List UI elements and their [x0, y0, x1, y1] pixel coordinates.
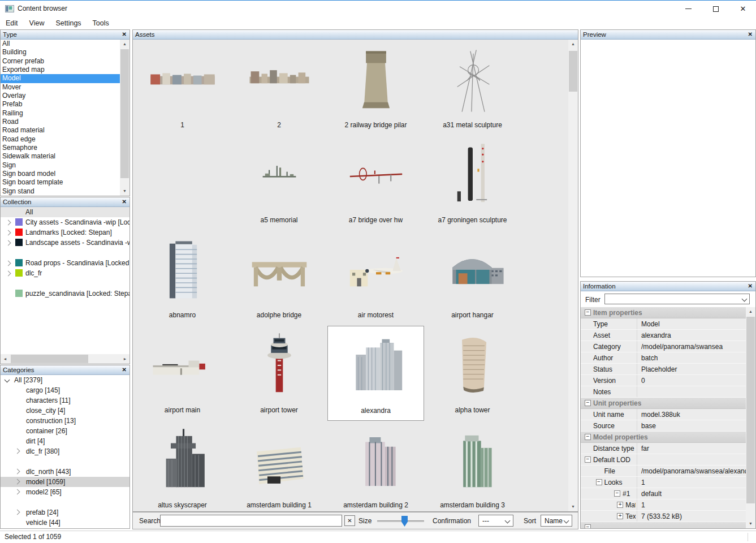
collapse-icon[interactable]: −: [585, 434, 591, 440]
asset-item-air-motorest[interactable]: air motorest: [327, 231, 424, 326]
scroll-down-icon[interactable]: ▼: [568, 502, 578, 511]
close-icon[interactable]: ✕: [122, 367, 127, 373]
type-item-semaphore[interactable]: Semaphore: [1, 144, 120, 152]
asset-item-amsterdam-building-2[interactable]: amsterdam building 2: [327, 421, 424, 511]
sort-select[interactable]: Name: [541, 515, 572, 527]
property-row-version[interactable]: Version0: [581, 375, 746, 386]
chevron-right-icon[interactable]: [6, 220, 11, 226]
information-scrollbar[interactable]: ▲ ▼: [746, 307, 755, 528]
collection-item[interactable]: puzzle_scandinavia [Locked: Stepan]: [1, 288, 129, 299]
scroll-down-icon[interactable]: ▼: [746, 519, 755, 528]
asset-item-airport-tower[interactable]: airport tower: [231, 326, 327, 421]
type-item-sidewalk-material[interactable]: Sidewalk material: [1, 152, 120, 161]
expand-icon[interactable]: +: [617, 502, 623, 508]
category-item-characters-11[interactable]: characters [11]: [1, 395, 129, 406]
category-item-dlc-fr-380[interactable]: dlc_fr [380]: [1, 446, 129, 456]
property-row-notes[interactable]: Notes: [581, 386, 746, 398]
collapse-icon[interactable]: −: [585, 456, 591, 463]
scrollbar-thumb[interactable]: [569, 51, 577, 92]
asset-item-2[interactable]: 2: [231, 41, 327, 136]
property-section-unit-properties[interactable]: −Unit properties: [581, 398, 746, 409]
property-row-source[interactable]: Sourcebase: [581, 420, 746, 432]
type-item-corner-prefab[interactable]: Corner prefab: [1, 57, 120, 66]
property-row-looks[interactable]: −Looks1: [581, 477, 746, 488]
close-icon[interactable]: ✕: [748, 283, 753, 289]
type-item-all[interactable]: All: [1, 40, 120, 48]
chevron-right-icon[interactable]: [15, 489, 20, 495]
chevron-right-icon[interactable]: [6, 230, 11, 236]
property-section-model-properties[interactable]: −Model properties: [581, 432, 746, 443]
property-row-tex[interactable]: +Tex7 (533.52 kB): [581, 511, 746, 522]
filter-combobox[interactable]: [604, 294, 750, 304]
asset-item-alpha-tower[interactable]: alpha tower: [424, 326, 521, 421]
type-item-sign-board-template[interactable]: Sign board template: [1, 178, 120, 187]
chevron-right-icon[interactable]: [6, 271, 11, 277]
category-item-cargo-145[interactable]: cargo [145]: [1, 385, 129, 395]
search-input[interactable]: [160, 515, 342, 527]
chevron-right-icon[interactable]: [15, 479, 20, 485]
property-row-category[interactable]: Category/model/panorama/swansea: [581, 341, 746, 352]
asset-item-altus-skyscraper[interactable]: altus skyscraper: [134, 421, 231, 511]
property-row-mat[interactable]: +Mat1: [581, 499, 746, 511]
type-scrollbar[interactable]: ▲ ▼: [120, 40, 129, 196]
type-item-sign[interactable]: Sign: [1, 161, 120, 170]
type-item-mover[interactable]: Mover: [1, 83, 120, 92]
asset-item-airport-main[interactable]: airport main: [134, 326, 231, 421]
collection-item[interactable]: City assets - Scandinavia -wip [Locked: …: [1, 217, 129, 227]
maximize-button[interactable]: [703, 1, 729, 17]
collection-item[interactable]: dlc_fr: [1, 268, 129, 278]
scroll-up-icon[interactable]: ▲: [568, 40, 578, 49]
collection-item[interactable]: Road props - Scandinavia [Locked: Stepan…: [1, 258, 129, 268]
asset-item-alexandra[interactable]: alexandra: [327, 326, 424, 421]
confirmation-select[interactable]: ---: [478, 515, 513, 527]
menu-settings[interactable]: Settings: [50, 19, 87, 27]
collapse-icon[interactable]: −: [596, 479, 602, 485]
close-icon[interactable]: ✕: [122, 31, 127, 37]
property-row-default-lod[interactable]: −Default LOD: [581, 454, 746, 466]
asset-item-amsterdam-building-1[interactable]: amsterdam building 1: [231, 421, 327, 511]
type-item-road-material[interactable]: Road material: [1, 126, 120, 135]
scrollbar-thumb[interactable]: [746, 317, 755, 503]
asset-item-1[interactable]: 1: [134, 41, 231, 136]
scrollbar-thumb[interactable]: [120, 49, 129, 178]
asset-item-abnamro[interactable]: abnamro: [134, 231, 231, 326]
property-row-type[interactable]: TypeModel: [581, 318, 746, 330]
scroll-down-icon[interactable]: ▼: [120, 187, 129, 196]
type-item-road-edge[interactable]: Road edge: [1, 135, 120, 144]
property-row-distance-type[interactable]: Distance typefar: [581, 443, 746, 454]
category-item-close-city-4[interactable]: close_city [4]: [1, 406, 129, 416]
chevron-right-icon[interactable]: [6, 261, 11, 266]
property-section-item[interactable]: −: [581, 522, 746, 528]
type-item-railing[interactable]: Railing: [1, 109, 120, 118]
asset-item-a7-bridge-over-hw[interactable]: a7 bridge over hw: [327, 136, 424, 231]
asset-item-a31-metal-sculpture[interactable]: a31 metal sculpture: [424, 41, 521, 136]
chevron-right-icon[interactable]: [15, 469, 20, 475]
asset-item-a5-memorial[interactable]: a5 memorial: [231, 136, 327, 231]
type-item-model[interactable]: Model: [1, 74, 120, 83]
collection-item[interactable]: Landscape assets - Scandinavia -wip [Loc…: [1, 238, 129, 248]
type-item-building[interactable]: Building: [1, 48, 120, 57]
collapse-icon[interactable]: −: [614, 490, 620, 497]
collection-h-scrollbar[interactable]: ◄ ►: [1, 354, 129, 364]
collapse-icon[interactable]: −: [585, 524, 591, 528]
type-item-exported-map[interactable]: Exported map: [1, 66, 120, 74]
type-item-road[interactable]: Road: [1, 118, 120, 126]
property-row-file[interactable]: File/model/panorama/swansea/alexandra: [581, 466, 746, 477]
menu-view[interactable]: View: [24, 19, 50, 27]
property-row-author[interactable]: Authorbatch: [581, 352, 746, 364]
category-item-prefab-24[interactable]: prefab [24]: [1, 507, 129, 518]
property-row-asset[interactable]: Assetalexandra: [581, 330, 746, 341]
category-item-vehicle-44[interactable]: vehicle [44]: [1, 518, 129, 528]
property-row-#1[interactable]: −#1default: [581, 488, 746, 499]
scrollbar-thumb[interactable]: [11, 355, 88, 363]
type-item-overlay[interactable]: Overlay: [1, 92, 120, 100]
assets-scrollbar[interactable]: ▲ ▼: [568, 40, 578, 511]
collection-item[interactable]: Landmarks [Locked: Stepan]: [1, 227, 129, 238]
chevron-right-icon[interactable]: [6, 240, 11, 246]
type-item-sign-stand[interactable]: Sign stand: [1, 187, 120, 196]
category-item-construction-13[interactable]: construction [13]: [1, 416, 129, 426]
type-item-prefab[interactable]: Prefab: [1, 100, 120, 109]
property-row-status[interactable]: StatusPlaceholder: [581, 364, 746, 375]
close-icon[interactable]: ✕: [748, 31, 753, 37]
minimize-button[interactable]: [675, 1, 701, 17]
